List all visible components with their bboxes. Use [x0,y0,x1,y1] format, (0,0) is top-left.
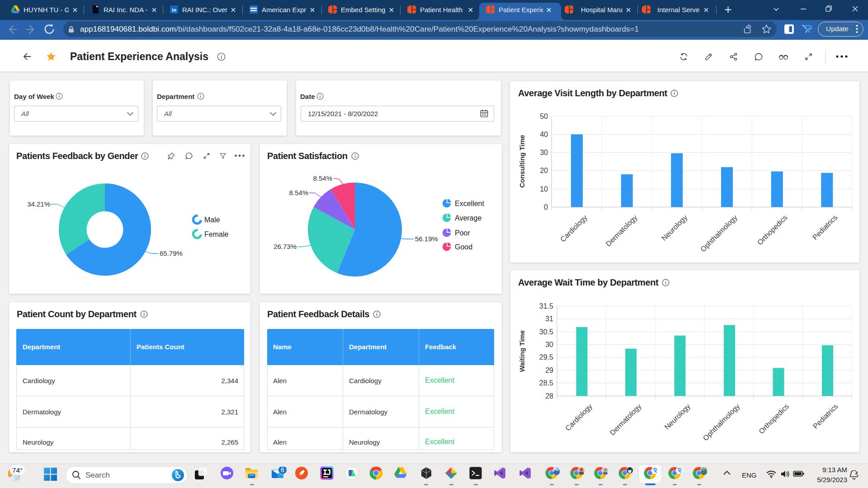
svg-text:8.54%: 8.54% [289,189,308,197]
svg-text:Neurology: Neurology [660,213,689,242]
svg-text:29: 29 [545,366,553,374]
svg-text:8.54%: 8.54% [313,174,332,182]
svg-text:Average: Average [455,214,481,222]
svg-text:Good: Good [455,243,472,251]
svg-text:Poor: Poor [455,229,470,237]
svg-text:30: 30 [540,149,548,156]
svg-text:65.79%: 65.79% [160,249,183,257]
svg-text:Ophthalmology: Ophthalmology [701,402,741,442]
svg-text:Consulting Time: Consulting Time [518,135,526,188]
svg-text:0: 0 [544,203,548,211]
svg-text:74°: 74° [12,466,23,474]
svg-text:50: 50 [540,113,548,120]
svg-text:Excellent: Excellent [455,200,484,207]
svg-text:29.5: 29.5 [539,353,553,361]
svg-text:Pediatrics: Pediatrics [811,213,839,241]
svg-text:10: 10 [540,185,548,193]
svg-text:31.5: 31.5 [539,302,553,310]
svg-text:Dermatology: Dermatology [609,402,643,436]
svg-text:Dermatology: Dermatology [604,213,639,248]
svg-text:28.5: 28.5 [539,379,553,387]
svg-text:31: 31 [545,315,553,323]
svg-text:Pediatrics: Pediatrics [811,402,840,430]
svg-text:Cardiology: Cardiology [559,213,589,243]
svg-text:Cardiology: Cardiology [564,402,594,432]
svg-text:6: 6 [281,467,284,474]
svg-text:20: 20 [540,167,548,174]
svg-text:30: 30 [545,341,553,348]
svg-text:Orthopedics: Orthopedics [757,402,790,435]
svg-text:30.5: 30.5 [539,328,553,336]
svg-text:56.19%: 56.19% [415,235,438,243]
svg-text:Orthopedics: Orthopedics [756,213,789,246]
svg-text:Neurology: Neurology [663,402,692,431]
svg-text:Ophthalmology: Ophthalmology [699,213,739,253]
svg-text:34.21%: 34.21% [27,200,50,208]
svg-text:Male: Male [204,216,220,224]
svg-text:28: 28 [545,392,553,400]
svg-text:40: 40 [540,131,548,138]
svg-text:in: in [172,7,176,13]
svg-text:Female: Female [204,230,228,238]
svg-text:Waiting Time: Waiting Time [518,330,526,372]
svg-text:26.73%: 26.73% [274,243,297,250]
